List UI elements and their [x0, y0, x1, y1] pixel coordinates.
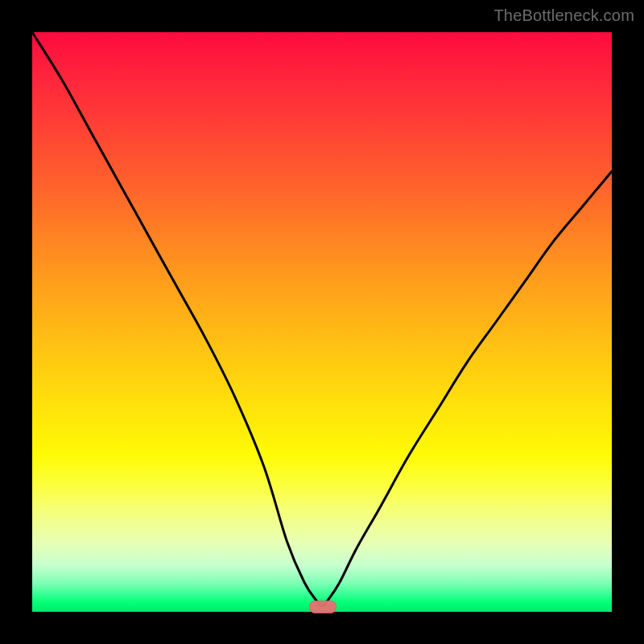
- optimum-marker: [309, 601, 336, 613]
- plot-area: [32, 32, 612, 612]
- curve-svg: [32, 32, 612, 612]
- watermark-text: TheBottleneck.com: [493, 6, 634, 25]
- bottleneck-curve: [32, 32, 612, 606]
- chart-container: TheBottleneck.com: [0, 0, 644, 644]
